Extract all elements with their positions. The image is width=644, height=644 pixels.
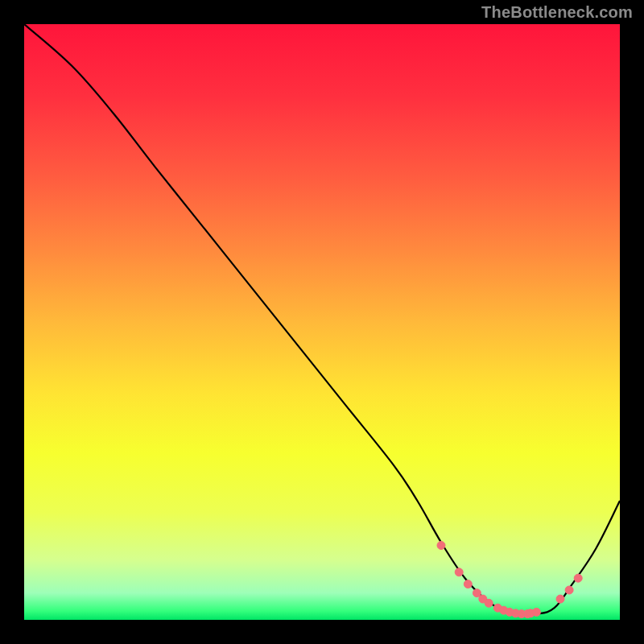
data-marker (574, 574, 582, 582)
data-marker (485, 599, 493, 607)
data-marker (556, 595, 564, 603)
data-marker (473, 589, 481, 597)
chart-svg (24, 24, 620, 620)
data-marker (532, 608, 540, 616)
data-marker (437, 542, 445, 550)
bottleneck-chart (24, 24, 620, 620)
data-marker (455, 568, 463, 576)
attribution-text: TheBottleneck.com (481, 3, 633, 22)
data-marker (464, 580, 472, 588)
data-marker (565, 586, 573, 594)
